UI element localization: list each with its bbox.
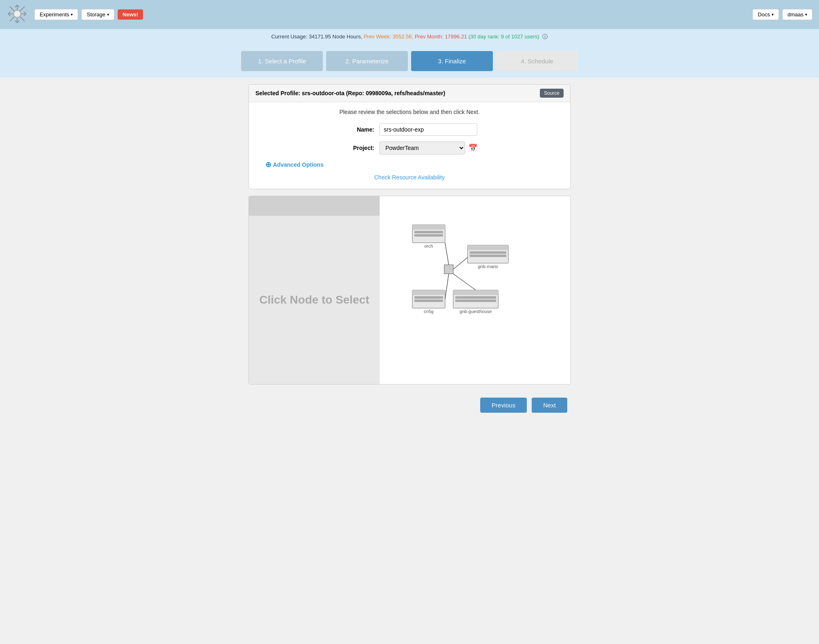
advanced-options-label: Advanced Options [273, 161, 324, 168]
check-resource-link[interactable]: Check Resource Availability [374, 174, 445, 181]
diagram-left-panel: Click Node to Select [249, 196, 380, 384]
project-row: Project: PowderTeam 📅 [259, 141, 560, 154]
storage-dropdown-arrow: ▾ [107, 12, 109, 17]
prev-month: Prev Month: 17996.21 [415, 34, 469, 40]
project-label: Project: [342, 145, 374, 151]
storage-label: Storage [87, 11, 105, 18]
node-orch-label: orch [424, 244, 433, 248]
navbar: Experiments ▾ Storage ▾ News! Docs ▾ dma… [0, 0, 819, 29]
node-gnb-guesthouse-label: gnb-guesthouse [460, 309, 492, 314]
info-icon[interactable]: ⓘ [542, 34, 548, 40]
calendar-icon[interactable]: 📅 [468, 143, 477, 152]
profile-header: Selected Profile: srs-outdoor-ota (Repo:… [249, 85, 570, 102]
docs-menu[interactable]: Docs ▾ [752, 9, 779, 20]
diagram-container: Click Node to Select orch gnb-mario [248, 196, 571, 385]
profile-body: Please review the selections below and t… [249, 102, 570, 189]
node-orch-bar2 [414, 234, 443, 237]
docs-label: Docs [758, 11, 770, 18]
node-gnb-mario-bar2 [470, 255, 506, 257]
click-node-text: Click Node to Select [259, 293, 369, 307]
prev-week: Prev Week: 3552.56, [364, 34, 413, 40]
name-row: Name: [259, 123, 560, 136]
svg-point-4 [13, 10, 20, 17]
rank-text: (30 day rank: 9 of 1027 users) [468, 34, 539, 40]
main-content: Selected Profile: srs-outdoor-ota (Repo:… [242, 78, 577, 391]
next-button[interactable]: Next [532, 398, 567, 413]
edge-orch-center [445, 243, 449, 265]
center-switch [444, 265, 453, 274]
edge-gnb-mario-center [453, 257, 468, 269]
experiments-menu[interactable]: Experiments ▾ [34, 9, 78, 20]
advanced-options-toggle[interactable]: ⊕ Advanced Options [265, 160, 560, 169]
bottom-nav: Previous Next [242, 391, 577, 419]
experiments-label: Experiments [40, 11, 69, 18]
docs-dropdown-arrow: ▾ [772, 12, 774, 17]
step-4-label: 4. Schedule [521, 58, 553, 65]
news-button[interactable]: News! [118, 9, 143, 20]
step-1-label: 1. Select a Profile [258, 58, 306, 65]
news-label: News! [123, 11, 138, 18]
project-select-wrap: PowderTeam 📅 [379, 141, 477, 154]
edge-gnb-guesthouse-center [453, 274, 476, 290]
user-dropdown-arrow: ▾ [805, 12, 807, 17]
node-cn5g-bar1 [414, 296, 443, 299]
step-2-label: 2. Parameterize [345, 58, 389, 65]
step-finalize[interactable]: 3. Finalize [411, 51, 493, 71]
node-cn5g-header [412, 290, 445, 295]
name-label: Name: [342, 126, 374, 133]
user-label: dmaas [788, 11, 803, 18]
navbar-right: Docs ▾ dmaas ▾ [752, 9, 812, 20]
review-text: Please review the selections below and t… [259, 109, 560, 115]
node-gnb-mario-bar1 [470, 251, 506, 254]
edge-cn5g-center [445, 274, 449, 299]
name-input[interactable] [379, 123, 477, 136]
node-orch-header [412, 225, 445, 230]
current-usage-label: Current Usage: 34171.95 Node Hours, [271, 34, 364, 40]
wizard-steps: 1. Select a Profile 2. Parameterize 3. F… [0, 45, 819, 78]
usage-bar: Current Usage: 34171.95 Node Hours, Prev… [0, 29, 819, 45]
previous-button[interactable]: Previous [480, 398, 527, 413]
user-menu[interactable]: dmaas ▾ [782, 9, 812, 20]
node-orch-bar1 [414, 231, 443, 233]
node-gnb-guesthouse-header [453, 290, 498, 295]
step-parameterize[interactable]: 2. Parameterize [326, 51, 408, 71]
step-select-profile[interactable]: 1. Select a Profile [241, 51, 323, 71]
experiments-dropdown-arrow: ▾ [71, 12, 73, 17]
step-3-label: 3. Finalize [438, 58, 466, 65]
profile-card: Selected Profile: srs-outdoor-ota (Repo:… [248, 84, 571, 189]
node-gnb-guesthouse-bar2 [455, 300, 496, 302]
source-button[interactable]: Source [540, 89, 564, 98]
node-cn5g-bar2 [414, 300, 443, 302]
node-cn5g-label: cn5g [424, 309, 434, 314]
step-schedule: 4. Schedule [496, 51, 578, 71]
node-gnb-mario-header [468, 245, 508, 250]
diagram-right-panel: orch gnb-mario cn5g gnb-guesthouse [380, 196, 570, 384]
node-gnb-guesthouse-bar1 [455, 296, 496, 299]
project-select[interactable]: PowderTeam [379, 141, 465, 154]
diagram-left-body: Click Node to Select [249, 216, 380, 384]
network-diagram: orch gnb-mario cn5g gnb-guesthouse [388, 204, 519, 335]
storage-menu[interactable]: Storage ▾ [81, 9, 114, 20]
diagram-left-header [249, 196, 380, 216]
brand-logo [7, 3, 28, 26]
plus-icon: ⊕ [265, 160, 271, 169]
profile-header-text: Selected Profile: srs-outdoor-ota (Repo:… [255, 90, 445, 96]
node-gnb-mario-label: gnb-mario [478, 264, 498, 269]
